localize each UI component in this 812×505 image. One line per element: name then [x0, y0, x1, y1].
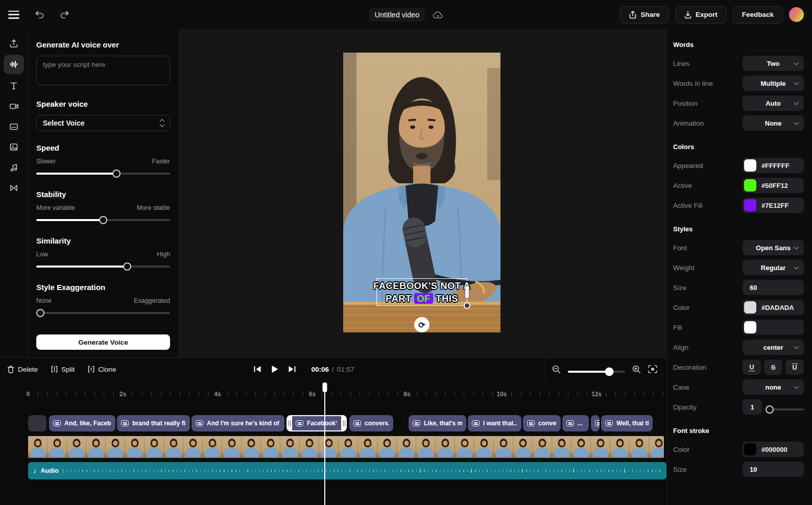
speed-slider[interactable] — [36, 170, 170, 178]
script-input[interactable] — [36, 56, 170, 85]
video-thumbnail — [649, 436, 664, 458]
video-thumbnail — [494, 436, 513, 458]
waveform-bar — [145, 470, 146, 472]
clone-button[interactable]: Clone — [88, 366, 116, 373]
ruler-label: 8s — [403, 391, 410, 398]
zoom-out-icon[interactable] — [552, 365, 561, 374]
waveform-bar — [416, 470, 417, 472]
rotate-button[interactable]: ⟳ — [414, 317, 429, 332]
ruler-label: 2s — [120, 391, 126, 398]
waveform-bar — [184, 470, 185, 472]
audio-track[interactable]: ♪ Audio — [28, 462, 666, 479]
align-dropdown[interactable]: center — [743, 340, 804, 355]
caption-clip-selected[interactable]: Facebook's n... — [286, 415, 347, 431]
music-icon[interactable] — [4, 158, 24, 176]
opacity-input[interactable]: 1 — [743, 399, 762, 415]
timeline-zoom-slider[interactable] — [568, 368, 625, 376]
delete-button[interactable]: Delete — [7, 366, 38, 373]
stroke-color-picker[interactable]: #000000 — [743, 442, 804, 457]
upload-icon[interactable] — [4, 34, 24, 52]
overline-icon[interactable]: U — [785, 359, 804, 375]
menu-icon[interactable] — [8, 11, 19, 19]
color-swatch — [744, 159, 756, 172]
waveform-bar — [67, 470, 68, 472]
feedback-button[interactable]: Feedback — [733, 6, 783, 23]
fit-to-screen-icon[interactable] — [648, 365, 657, 373]
underline-icon[interactable]: U — [743, 359, 761, 375]
skip-forward-icon[interactable] — [288, 366, 296, 373]
zoom-in-icon[interactable] — [632, 365, 641, 374]
size-input[interactable]: 60 — [743, 280, 804, 295]
opacity-slider[interactable] — [766, 405, 804, 414]
ruler-label: 0 — [27, 391, 30, 398]
rotate-icon: ⟳ — [418, 320, 425, 330]
active-color-picker[interactable]: #50FF12 — [743, 178, 804, 193]
fill-color-picker[interactable] — [743, 320, 804, 335]
play-button[interactable] — [271, 365, 278, 373]
font-dropdown[interactable]: Open Sans — [743, 240, 804, 255]
voice-waveform-icon[interactable] — [4, 55, 24, 74]
text-color-picker[interactable]: #DADADA — [743, 300, 804, 315]
caption-clip[interactable]: Like, that's m... — [409, 415, 466, 431]
caption-overlay[interactable]: FACEBOOK'S NOT A PART OF THIS — [376, 278, 467, 306]
words-in-line-dropdown[interactable]: Multiple — [743, 76, 804, 91]
caption-clip[interactable]: brand that really fi... — [117, 415, 190, 431]
share-button[interactable]: Share — [620, 6, 669, 23]
project-title[interactable]: Untitled video — [369, 8, 425, 21]
caption-resize-handle[interactable] — [465, 285, 469, 299]
active-fill-color-picker[interactable]: #7E12FF — [743, 198, 804, 213]
voice-select[interactable]: Select Voice — [36, 115, 170, 131]
caption-clip[interactable]: And, like, Faceb... — [49, 415, 115, 431]
clip-label: And I'm sure he's kind of l... — [207, 420, 280, 427]
caption-clip[interactable] — [591, 415, 600, 431]
time-display: 00:06 / 01:57 — [311, 366, 354, 373]
transitions-icon[interactable] — [4, 179, 24, 197]
split-button[interactable]: Split — [51, 366, 75, 373]
video-thumbnail — [610, 436, 630, 458]
waveform-bar — [385, 470, 386, 472]
caption-clip[interactable]: ... — [562, 415, 589, 431]
captions-icon[interactable] — [4, 117, 24, 135]
captions-icon — [413, 420, 420, 426]
strikethrough-icon[interactable]: S — [764, 359, 782, 375]
weight-dropdown[interactable]: Regular — [743, 260, 804, 275]
similarity-slider[interactable] — [36, 262, 170, 271]
style-exaggeration-slider[interactable] — [36, 309, 170, 317]
skip-back-icon[interactable] — [253, 366, 261, 373]
caption-scale-handle[interactable] — [464, 302, 470, 309]
clip-label: ... — [578, 420, 583, 427]
timeline-ruler[interactable]: 02s4s6s8s10s12s — [28, 382, 666, 401]
caption-clip[interactable]: convers... — [349, 415, 393, 431]
video-preview[interactable]: FACEBOOK'S NOT A PART OF THIS ⟳ — [343, 53, 500, 332]
generate-voice-button[interactable]: Generate Voice — [36, 334, 170, 350]
lines-dropdown[interactable]: Two — [743, 56, 804, 71]
video-track[interactable] — [28, 436, 664, 458]
playhead[interactable] — [324, 382, 325, 505]
animation-dropdown[interactable]: None — [743, 115, 804, 131]
caption-clip[interactable]: Well, that th... — [601, 415, 653, 431]
caption-clip[interactable]: conver... — [523, 415, 561, 431]
video-thumbnail — [242, 436, 261, 458]
case-dropdown[interactable]: none — [743, 379, 804, 395]
export-button[interactable]: Export — [675, 6, 727, 23]
caption-clip[interactable] — [28, 415, 46, 431]
stability-slider[interactable] — [36, 216, 170, 224]
ruler-tick — [236, 393, 237, 396]
text-icon[interactable] — [4, 77, 24, 94]
waveform-bar — [573, 469, 574, 473]
position-dropdown[interactable]: Auto — [743, 95, 804, 111]
image-icon[interactable] — [4, 138, 24, 156]
avatar[interactable] — [789, 7, 804, 22]
undo-icon[interactable] — [35, 10, 44, 19]
appeared-color-picker[interactable]: #FFFFFF — [743, 158, 804, 173]
video-icon[interactable] — [4, 97, 24, 115]
trim-handle[interactable] — [341, 415, 347, 431]
trim-handle[interactable] — [286, 415, 292, 431]
redo-icon[interactable] — [60, 10, 69, 19]
caption-clip[interactable]: And I'm sure he's kind of l... — [192, 415, 284, 431]
waveform-bar — [522, 469, 523, 473]
stroke-size-input[interactable]: 10 — [743, 462, 804, 477]
waveform-bar — [345, 470, 346, 471]
caption-clip[interactable]: I want that... — [468, 415, 521, 431]
waveform-bar — [279, 470, 280, 472]
